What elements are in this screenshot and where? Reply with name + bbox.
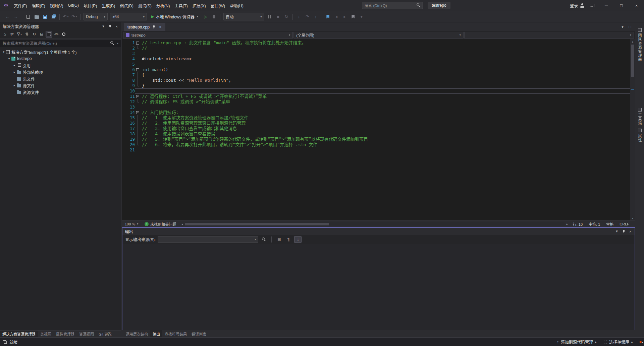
- quick-search-box[interactable]: 搜索 (Ctrl+Q): [362, 2, 423, 9]
- restart-icon[interactable]: ↻: [282, 13, 290, 21]
- menu-item[interactable]: 窗口(W): [208, 0, 227, 11]
- tool-window-tab[interactable]: 解决方案资源管理器: [0, 331, 38, 337]
- autohide-tab[interactable]: 工具箱: [637, 106, 642, 127]
- code-line[interactable]: 20// 6. 将来，若要再次打开此项目，请转到“文件”>“打开”>“项目”并选…: [122, 142, 635, 147]
- pin-icon[interactable]: [621, 228, 627, 234]
- active-documents-icon[interactable]: ▾: [620, 24, 626, 30]
- expander-icon[interactable]: ▾: [1, 50, 6, 54]
- save-all-icon[interactable]: [49, 13, 57, 21]
- code-line[interactable]: 10: [122, 88, 635, 94]
- tool-window-tab[interactable]: 属性管理器: [54, 331, 77, 337]
- tree-item[interactable]: 资源文件: [0, 89, 121, 95]
- bottom-panel-tab[interactable]: 调用层次结构: [123, 330, 150, 337]
- scroll-down-icon[interactable]: ▾: [632, 216, 633, 220]
- toolbar-overflow-icon[interactable]: ▾: [358, 13, 366, 21]
- show-all-files-icon[interactable]: [46, 31, 52, 38]
- start-debugging-button[interactable]: ▶ 本地 Windows 调试器 ▾: [149, 13, 201, 21]
- code-line[interactable]: 21: [122, 147, 635, 153]
- code-line[interactable]: 7{: [122, 72, 635, 78]
- refresh-icon[interactable]: ↻: [31, 31, 38, 38]
- collapse-all-icon[interactable]: ⊟: [38, 31, 45, 38]
- close-icon[interactable]: ×: [114, 23, 120, 29]
- navigate-back-icon[interactable]: ←: [3, 13, 11, 21]
- step-out-icon[interactable]: ↑: [312, 13, 320, 21]
- menu-item[interactable]: 视图(V): [47, 0, 65, 11]
- eol-indicator[interactable]: CRLF: [616, 222, 632, 226]
- tree-item[interactable]: 头文件: [0, 75, 121, 82]
- scroll-left-icon[interactable]: ◂: [179, 222, 185, 226]
- vertical-scrollbar[interactable]: ▴ ▾: [630, 39, 635, 220]
- clear-all-icon[interactable]: ⊟: [275, 236, 283, 243]
- expander-icon[interactable]: ▸: [12, 70, 17, 74]
- scope-dropdown[interactable]: (全局范围) ▾: [293, 32, 463, 39]
- solution-configuration-combo[interactable]: Debug▾: [84, 13, 108, 20]
- hot-reload-icon[interactable]: [210, 13, 218, 21]
- step-over-icon[interactable]: ↷: [303, 13, 311, 21]
- code-line[interactable]: 18// 4. 使用错误列表窗口查看错误: [122, 131, 635, 137]
- view-code-icon[interactable]: </>: [53, 31, 60, 38]
- code-line[interactable]: 16// 2. 使用团队资源管理器窗口连接到源代码管理: [122, 121, 635, 126]
- menu-item[interactable]: 测试(S): [136, 0, 154, 11]
- menu-item[interactable]: 工具(T): [172, 0, 190, 11]
- code-line[interactable]: 2//: [122, 46, 635, 51]
- bottom-panel-tab[interactable]: 错误列表: [189, 330, 209, 337]
- code-line[interactable]: 12// 调试程序: F5 或调试 >“开始调试”菜单: [122, 99, 635, 105]
- code-line[interactable]: 5: [122, 62, 635, 67]
- code-line[interactable]: 4#include <iostream>: [122, 56, 635, 62]
- properties-icon[interactable]: [60, 31, 67, 38]
- spaces-indicator[interactable]: 空格: [603, 221, 616, 227]
- code-line[interactable]: 11// 运行程序: Ctrl + F5 或调试 >“开始执行(不调试)”菜单: [122, 94, 635, 99]
- menu-item[interactable]: 扩展(X): [190, 0, 208, 11]
- new-project-icon[interactable]: [24, 13, 32, 21]
- clear-bookmarks-icon[interactable]: [349, 13, 357, 21]
- add-to-source-control-button[interactable]: ↑ 添加到源代码管理 ▴: [554, 338, 599, 346]
- menu-item[interactable]: 编辑(E): [29, 0, 47, 11]
- close-icon[interactable]: ×: [627, 228, 633, 234]
- navigate-forward-icon[interactable]: →: [12, 13, 20, 21]
- tool-window-tab[interactable]: Git 更改: [96, 331, 114, 337]
- bottom-panel-tab[interactable]: 查找符号结果: [162, 330, 189, 337]
- fold-margin[interactable]: [135, 40, 141, 46]
- collapse-region-icon[interactable]: [136, 95, 139, 98]
- close-button[interactable]: ×: [629, 0, 644, 11]
- scrollbar-track[interactable]: [185, 222, 564, 226]
- toggle-bookmark-icon[interactable]: [324, 13, 332, 21]
- switch-views-icon[interactable]: ⇄: [9, 31, 15, 38]
- step-into-icon[interactable]: ↓: [295, 13, 303, 21]
- tool-window-tab[interactable]: 类视图: [38, 331, 54, 337]
- autohide-tab[interactable]: 团队资源管理器: [637, 26, 642, 63]
- auto-combo[interactable]: 自动▾: [223, 13, 264, 20]
- zoom-select[interactable]: 100 % ▾: [122, 221, 141, 227]
- word-wrap-icon[interactable]: ¶: [285, 236, 292, 243]
- select-repository-button[interactable]: 选择存储库 ▴: [601, 338, 635, 346]
- code-line[interactable]: 3: [122, 51, 635, 56]
- collapse-region-icon[interactable]: [136, 42, 139, 45]
- save-icon[interactable]: [41, 13, 49, 21]
- undo-icon[interactable]: ↶▾: [62, 13, 70, 21]
- code-line[interactable]: 13: [122, 105, 635, 110]
- code-line[interactable]: 15// 1. 使用解决方案资源管理器窗口添加/管理文件: [122, 115, 635, 121]
- expander-icon[interactable]: ▾: [7, 57, 11, 60]
- home-icon[interactable]: ⌂: [1, 31, 8, 38]
- code-line[interactable]: 17// 3. 使用输出窗口查看生成输出和其他消息: [122, 126, 635, 131]
- scroll-up-icon[interactable]: ▴: [632, 39, 633, 44]
- menu-item[interactable]: 文件(F): [11, 0, 29, 11]
- solution-explorer-header[interactable]: 解决方案资源管理器 ▾ ×: [0, 22, 121, 30]
- pending-changes-filter-icon[interactable]: ∇▾: [16, 31, 23, 38]
- code-line[interactable]: 6int main(): [122, 67, 635, 72]
- menu-item[interactable]: 项目(P): [81, 0, 99, 11]
- sync-with-active-document-icon[interactable]: ⇅: [23, 31, 30, 38]
- document-tab[interactable]: testrepo.cpp ×: [124, 23, 165, 31]
- next-bookmark-icon[interactable]: ▸: [341, 13, 349, 21]
- redo-icon[interactable]: ↷▾: [70, 13, 78, 21]
- fold-margin[interactable]: [135, 67, 141, 72]
- find-message-icon[interactable]: [260, 236, 268, 243]
- close-icon[interactable]: ×: [158, 25, 163, 29]
- start-without-debugging-icon[interactable]: ▷: [202, 13, 210, 21]
- autohide-tab[interactable]: 属性: [637, 127, 642, 144]
- fold-margin[interactable]: [135, 110, 141, 115]
- code-editor[interactable]: 1// testrepo.cpp : 此文件包含 "main" 函数。程序执行将…: [122, 39, 635, 220]
- code-line[interactable]: 14// 入门使用技巧:: [122, 110, 635, 115]
- expander-icon[interactable]: ▸: [12, 84, 17, 87]
- tool-window-tab[interactable]: 资源视图: [77, 331, 96, 337]
